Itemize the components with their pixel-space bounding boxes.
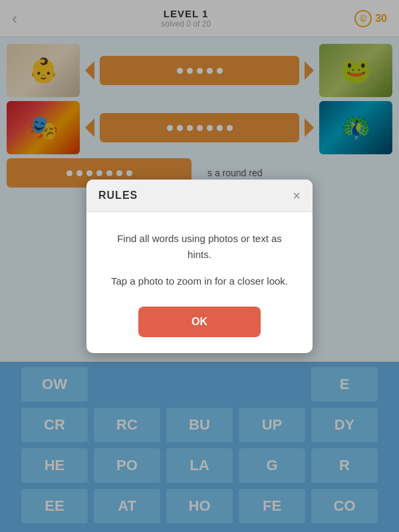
modal-title: RULES: [98, 190, 138, 201]
rules-modal: RULES × Find all words using photos or t…: [86, 180, 313, 353]
modal-text-2: Tap a photo to zoom in for a closer look…: [106, 273, 293, 289]
modal-ok-button[interactable]: OK: [138, 307, 261, 337]
modal-header: RULES ×: [86, 180, 313, 212]
modal-overlay: RULES × Find all words using photos or t…: [0, 0, 399, 532]
modal-close-button[interactable]: ×: [293, 189, 301, 202]
modal-body: Find all words using photos or text as h…: [86, 212, 313, 353]
modal-text-1: Find all words using photos or text as h…: [106, 231, 293, 263]
